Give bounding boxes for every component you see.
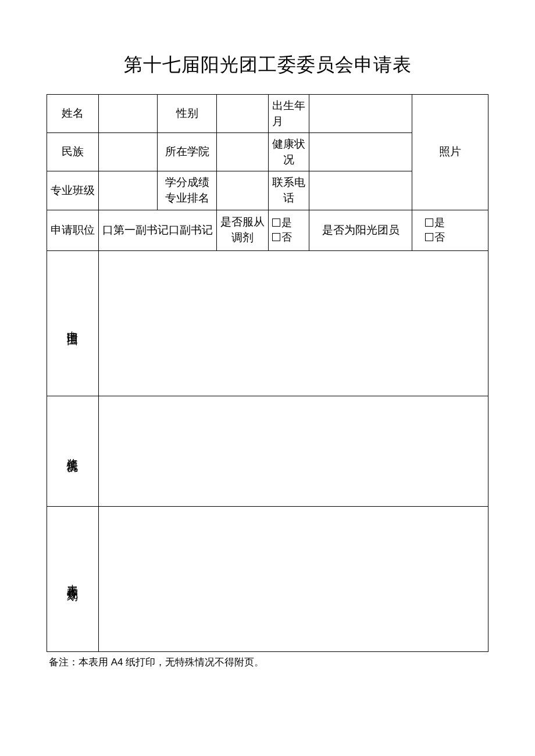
checkbox-icon[interactable]: [425, 233, 433, 241]
field-position-options[interactable]: 口第一副书记口副书记: [98, 210, 217, 250]
label-apply-position: 申请职位: [47, 210, 99, 250]
label-major-class: 专业班级: [47, 171, 99, 210]
field-major-class[interactable]: [98, 171, 158, 210]
label-no: 否: [434, 231, 445, 243]
field-reason[interactable]: [98, 250, 488, 396]
label-yes: 是: [434, 217, 445, 228]
label-name: 姓名: [47, 95, 99, 133]
label-college: 所在学院: [158, 133, 217, 171]
label-awards: 奖惩情况: [47, 396, 99, 506]
label-accept-transfer: 是否服从调剂: [217, 210, 269, 250]
label-gender: 性别: [158, 95, 217, 133]
page-title: 第十七届阳光团工委委员会申请表: [47, 52, 488, 78]
label-reason: 申请理由: [47, 250, 99, 396]
field-gender[interactable]: [217, 95, 269, 133]
field-birth[interactable]: [309, 95, 412, 133]
label-yes: 是: [281, 217, 292, 228]
label-phone: 联系电话: [268, 171, 309, 210]
field-ethnicity[interactable]: [98, 133, 158, 171]
field-is-member[interactable]: 是 否: [412, 210, 488, 250]
field-college[interactable]: [217, 133, 269, 171]
field-phone[interactable]: [309, 171, 412, 210]
label-photo: 照片: [412, 95, 488, 210]
label-ethnicity: 民族: [47, 133, 99, 171]
field-score-rank[interactable]: [217, 171, 269, 210]
field-awards[interactable]: [98, 396, 488, 506]
label-no: 否: [281, 231, 292, 243]
label-health: 健康状况: [268, 133, 309, 171]
label-score-rank: 学分成绩专业排名: [158, 171, 217, 210]
field-health[interactable]: [309, 133, 412, 171]
checkbox-icon[interactable]: [272, 218, 280, 227]
label-birth: 出生年月: [268, 95, 309, 133]
label-is-member: 是否为阳光团员: [309, 210, 412, 250]
field-name[interactable]: [98, 95, 158, 133]
application-form-table: 姓名 性别 出生年月 照片 民族 所在学院 健康状况 专业班级 学分成绩专业排名…: [47, 94, 488, 652]
checkbox-icon[interactable]: [272, 233, 280, 241]
field-plan[interactable]: [98, 506, 488, 651]
label-plan: 未来工作规划: [47, 506, 99, 651]
footnote: 备注：本表用 A4 纸打印，无特殊情况不得附页。: [49, 655, 488, 669]
checkbox-icon[interactable]: [425, 218, 433, 227]
field-accept-transfer[interactable]: 是 否: [268, 210, 309, 250]
